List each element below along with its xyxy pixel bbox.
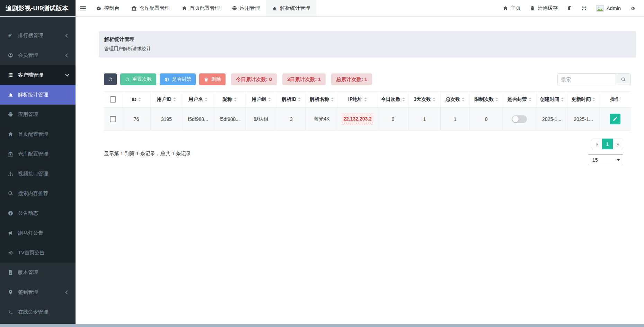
column-header-user-id[interactable]: 用户ID	[151, 92, 182, 107]
nav-item-parse-stats[interactable]: 解析统计管理	[266, 0, 316, 16]
user-name: Admin	[607, 6, 621, 11]
edit-button[interactable]	[610, 114, 620, 124]
column-header-banned[interactable]: 是否封禁	[503, 92, 536, 107]
sort-carets-icon	[561, 97, 564, 101]
column-header-parse-id[interactable]: 解析ID	[277, 92, 306, 107]
toggle-ban-label: 是否封禁	[172, 76, 191, 82]
sort-carets-icon	[364, 97, 367, 101]
search-button[interactable]	[616, 73, 631, 85]
column-header-total-count[interactable]: 总次数	[440, 92, 470, 107]
bar-chart-icon	[272, 6, 277, 11]
sidebar-item-apps[interactable]: 应用管理	[0, 105, 76, 124]
nav-item-repo-config[interactable]: 仓库配置管理	[125, 0, 176, 16]
table-header-row: ID 用户ID 用户名 昵称 用户组 解析ID 解析名称 IP地址 今日次数 3…	[104, 92, 631, 107]
three-day-total-badge: 3日累计次数: 1	[282, 73, 326, 85]
sidebar-item-client-management[interactable]: 客户端管理	[0, 65, 76, 85]
cell-username: f5df988...	[182, 107, 214, 131]
sidebar-item-rankings[interactable]: 排行榜管理	[0, 26, 76, 45]
cell-banned	[503, 107, 536, 131]
column-header-today-count[interactable]: 今日次数	[377, 92, 409, 107]
brand: 追剧影视-UI9测试版本	[0, 0, 76, 16]
settings-icon	[630, 6, 635, 11]
column-header-limit-count[interactable]: 限制次数	[470, 92, 503, 107]
nav-home-link[interactable]: 主页	[498, 0, 525, 16]
row-select-cell	[104, 107, 122, 131]
ban-toggle[interactable]	[512, 115, 527, 123]
select-all-checkbox[interactable]	[110, 96, 116, 103]
fullscreen-button[interactable]	[577, 0, 591, 16]
column-header-username[interactable]: 用户名	[182, 92, 214, 107]
top-navbar: 追剧影视-UI9测试版本 控制台 仓库配置管理 首页配置管理 应用管理 解析统计…	[0, 0, 644, 17]
sidebar-item-label: 签到管理	[18, 289, 61, 295]
terminal-icon	[8, 309, 14, 315]
search-input[interactable]	[557, 73, 616, 85]
nav-item-console[interactable]: 控制台	[90, 0, 125, 16]
bank-icon	[131, 6, 137, 11]
settings-button[interactable]	[625, 0, 640, 16]
volume-icon	[8, 250, 14, 256]
delete-button[interactable]: 删除	[199, 73, 226, 85]
bullhorn-icon	[8, 230, 14, 236]
search-icon	[621, 77, 626, 82]
sidebar-item-announcements[interactable]: 公告动态	[0, 203, 76, 223]
chevron-left-icon	[65, 290, 69, 294]
sidebar-item-video-api[interactable]: 视频接口管理	[0, 164, 76, 184]
parse-stats-table: ID 用户ID 用户名 昵称 用户组 解析ID 解析名称 IP地址 今日次数 3…	[104, 91, 631, 131]
column-header-parse-name[interactable]: 解析名称	[306, 92, 338, 107]
table-panel: 重置次数 是否封禁 删除 今日累计次数: 0 3日累计次数: 1 总累计次数: …	[99, 73, 636, 165]
sitemap-icon	[8, 171, 14, 177]
sidebar-item-repo-config[interactable]: 仓库配置管理	[0, 144, 76, 164]
cell-limit-count: 0	[470, 107, 503, 131]
bar-chart-icon	[8, 92, 14, 98]
bottom-scroll-strip[interactable]	[0, 324, 644, 327]
ranking-icon	[8, 33, 14, 38]
column-header-id[interactable]: ID	[122, 92, 151, 107]
cell-created-at: 2025-1...	[536, 107, 567, 131]
cell-ip: 22.132.203.2	[338, 107, 377, 131]
column-header-user-group[interactable]: 用户组	[245, 92, 277, 107]
page-1-button[interactable]: 1	[602, 139, 613, 149]
column-header-updated-at[interactable]: 更新时间	[567, 92, 599, 107]
row-checkbox[interactable]	[110, 116, 116, 122]
sidebar-item-search-recommend[interactable]: 搜索内容推荐	[0, 184, 76, 203]
chevron-left-icon	[65, 34, 69, 37]
toggle-ban-button[interactable]: 是否封禁	[160, 73, 196, 85]
page-size-select[interactable]: 15	[588, 154, 623, 165]
trash-icon	[530, 6, 535, 11]
nav-item-label: 首页配置管理	[190, 5, 220, 11]
clear-cache-link[interactable]: 清除缓存	[525, 0, 562, 16]
sidebar-toggle-button[interactable]	[76, 0, 90, 16]
reset-count-button[interactable]: 重置次数	[120, 73, 156, 85]
cell-today-count: 0	[377, 107, 409, 131]
column-header-nickname[interactable]: 昵称	[214, 92, 245, 107]
column-header-three-day-count[interactable]: 3天次数	[409, 92, 440, 107]
column-header-ip[interactable]: IP地址	[338, 92, 377, 107]
sidebar-item-label: 视频接口管理	[18, 170, 70, 177]
refresh-button[interactable]	[104, 73, 117, 85]
prev-page-button[interactable]: «	[592, 139, 602, 149]
nav-item-home-config[interactable]: 首页配置管理	[176, 0, 226, 16]
hamburger-icon	[80, 6, 86, 7]
sidebar-item-home-config[interactable]: 首页配置管理	[0, 124, 76, 144]
sidebar-item-parse-stats[interactable]: 解析统计管理	[0, 85, 76, 105]
sidebar-item-label: 应用管理	[18, 111, 70, 118]
sidebar-item-label: 客户端管理	[18, 72, 61, 78]
nav-item-app-management[interactable]: 应用管理	[226, 0, 266, 16]
column-header-created-at[interactable]: 创建时间	[536, 92, 567, 107]
home-icon	[182, 6, 187, 11]
sidebar-item-tv-announcement[interactable]: TV首页公告	[0, 243, 76, 263]
ip-address[interactable]: 22.132.203.2	[342, 114, 373, 124]
sidebar-item-members[interactable]: 会员管理	[0, 45, 76, 65]
sidebar-item-marquee[interactable]: 跑马灯公告	[0, 223, 76, 243]
sort-carets-icon	[234, 97, 237, 101]
record-summary: 显示第 1 到第 1 条记录，总共 1 条记录	[104, 150, 191, 157]
sidebar-item-versions[interactable]: 版本管理	[0, 263, 76, 282]
cell-actions	[599, 107, 631, 131]
language-button[interactable]	[562, 0, 577, 16]
sidebar-item-commands[interactable]: 在线命令管理	[0, 302, 76, 322]
chevron-left-icon	[65, 53, 69, 57]
sort-carets-icon	[402, 97, 405, 101]
user-menu[interactable]: Admin	[591, 0, 625, 16]
next-page-button[interactable]: »	[612, 139, 623, 149]
sidebar-item-checkin[interactable]: 签到管理	[0, 282, 76, 302]
